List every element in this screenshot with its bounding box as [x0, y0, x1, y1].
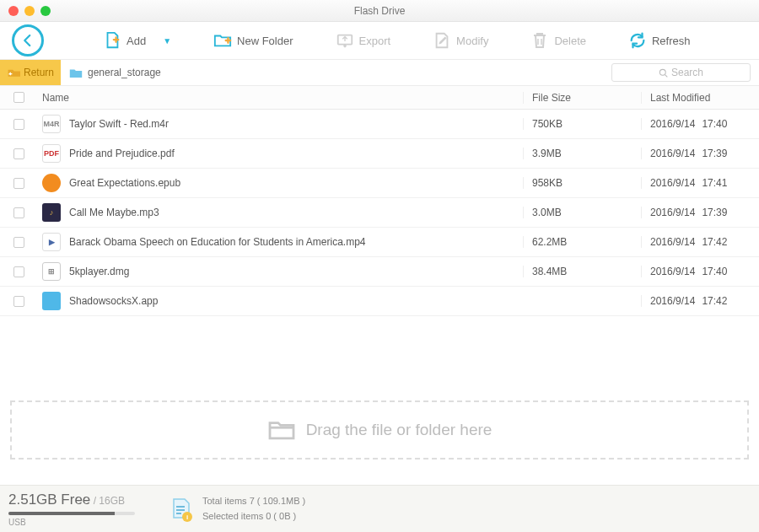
file-type-icon: ♪: [42, 203, 61, 222]
window-title: Flash Drive: [0, 5, 759, 17]
column-name[interactable]: Name: [37, 92, 523, 104]
folder-open-icon: [267, 418, 296, 442]
edit-icon: [433, 31, 451, 50]
file-name: Taylor Swift - Red.m4r: [69, 118, 169, 130]
file-date: 2016/9/14: [650, 148, 695, 159]
file-type-icon: [42, 292, 61, 310]
row-checkbox[interactable]: [13, 148, 24, 159]
add-label: Add: [126, 35, 146, 47]
titlebar: Flash Drive: [0, 0, 759, 22]
search-input[interactable]: Search: [611, 63, 751, 82]
file-name: 5kplayer.dmg: [69, 266, 129, 277]
table-row[interactable]: Great Expectations.epub958KB2016/9/1417:…: [0, 169, 759, 198]
search-placeholder: Search: [671, 67, 703, 78]
file-time: 17:42: [702, 236, 727, 248]
storage-bar-fill: [8, 512, 115, 515]
file-name: Pride and Prejudice.pdf: [69, 148, 175, 159]
table-row[interactable]: ♪Call Me Maybe.mp33.0MB2016/9/1417:39: [0, 198, 759, 228]
column-size[interactable]: File Size: [523, 92, 641, 104]
trash-icon: [530, 31, 549, 50]
row-checkbox[interactable]: [13, 178, 24, 189]
drop-zone[interactable]: Drag the file or folder here: [10, 400, 749, 459]
storage-bar: [8, 512, 135, 515]
back-button[interactable]: [12, 24, 44, 56]
breadcrumb-label: general_storage: [88, 67, 161, 78]
file-time: 17:39: [702, 148, 727, 159]
table-row[interactable]: PDFPride and Prejudice.pdf3.9MB2016/9/14…: [0, 139, 759, 169]
add-dropdown-button[interactable]: ▼: [163, 36, 171, 46]
export-icon: [336, 31, 354, 50]
file-type-icon: [42, 174, 61, 192]
file-size: 38.4MB: [523, 266, 641, 277]
return-label: Return: [24, 67, 54, 78]
item-stats: i Total items 7 ( 109.1MB ) Selected ite…: [169, 494, 305, 524]
file-date: 2016/9/14: [650, 177, 695, 189]
file-time: 17:40: [702, 266, 727, 277]
drop-zone-label: Drag the file or folder here: [306, 421, 493, 439]
table-row[interactable]: ▶Barack Obama Speech on Education for St…: [0, 228, 759, 257]
svg-point-1: [659, 69, 665, 75]
total-space: / 16GB: [90, 495, 125, 507]
modify-label: Modify: [456, 35, 488, 47]
file-size: 750KB: [523, 118, 641, 130]
svg-text:i: i: [186, 513, 188, 521]
add-button[interactable]: Add: [103, 31, 146, 50]
file-time: 17:39: [702, 207, 727, 218]
free-space: 2.51GB Free: [8, 492, 90, 508]
row-checkbox[interactable]: [13, 237, 24, 248]
refresh-label: Refresh: [652, 35, 691, 47]
file-date: 2016/9/14: [650, 266, 695, 277]
drive-label: USB: [8, 518, 152, 527]
table-row[interactable]: M4RTaylor Swift - Red.m4r750KB2016/9/141…: [0, 110, 759, 139]
column-modified[interactable]: Last Modified: [641, 92, 759, 104]
file-name: Call Me Maybe.mp3: [69, 207, 159, 218]
file-time: 17:41: [702, 177, 727, 189]
path-bar: Return general_storage Search: [0, 59, 759, 86]
file-type-icon: ⊞: [42, 262, 61, 281]
storage-info: 2.51GB Free / 16GB USB: [8, 492, 152, 527]
file-date: 2016/9/14: [650, 295, 695, 307]
select-all-checkbox[interactable]: [13, 92, 24, 103]
file-list: M4RTaylor Swift - Red.m4r750KB2016/9/141…: [0, 110, 759, 316]
info-file-icon: i: [169, 497, 194, 522]
file-name: Barack Obama Speech on Education for Stu…: [69, 236, 366, 248]
folder-plus-icon: [213, 31, 232, 50]
file-size: 62.2MB: [523, 236, 641, 248]
file-type-icon: M4R: [42, 115, 61, 133]
delete-button: Delete: [530, 31, 586, 50]
export-label: Export: [359, 35, 391, 47]
file-type-icon: ▶: [42, 233, 61, 251]
status-bar: 2.51GB Free / 16GB USB i Total items 7 (…: [0, 485, 759, 532]
file-time: 17:42: [702, 295, 727, 307]
search-icon: [659, 68, 668, 78]
file-date: 2016/9/14: [650, 236, 695, 248]
file-time: 17:40: [702, 118, 727, 130]
file-name: ShadowsocksX.app: [69, 295, 158, 307]
new-folder-label: New Folder: [237, 35, 293, 47]
refresh-button[interactable]: Refresh: [628, 31, 691, 50]
breadcrumb[interactable]: general_storage: [61, 67, 611, 78]
folder-icon: [69, 67, 83, 78]
new-folder-button[interactable]: New Folder: [213, 31, 293, 50]
table-header: Name File Size Last Modified: [0, 86, 759, 110]
total-items-label: Total items 7 ( 109.1MB ): [202, 494, 305, 509]
toolbar: Add ▼ New Folder Export Modify Delete Re…: [0, 22, 759, 59]
return-button[interactable]: Return: [0, 60, 61, 85]
file-size: 3.9MB: [523, 148, 641, 159]
row-checkbox[interactable]: [13, 266, 24, 277]
file-date: 2016/9/14: [650, 207, 695, 218]
selected-items-label: Selected items 0 ( 0B ): [202, 509, 305, 524]
return-icon: [7, 67, 20, 78]
row-checkbox[interactable]: [13, 207, 24, 218]
delete-label: Delete: [554, 35, 586, 47]
file-date: 2016/9/14: [650, 118, 695, 130]
modify-button: Modify: [433, 31, 488, 50]
table-row[interactable]: ShadowsocksX.app2016/9/1417:42: [0, 287, 759, 316]
row-checkbox[interactable]: [13, 119, 24, 130]
row-checkbox[interactable]: [13, 296, 24, 307]
file-type-icon: PDF: [42, 144, 61, 163]
table-row[interactable]: ⊞5kplayer.dmg38.4MB2016/9/1417:40: [0, 257, 759, 287]
file-size: 958KB: [523, 177, 641, 189]
export-button: Export: [336, 31, 391, 50]
file-plus-icon: [103, 31, 121, 50]
